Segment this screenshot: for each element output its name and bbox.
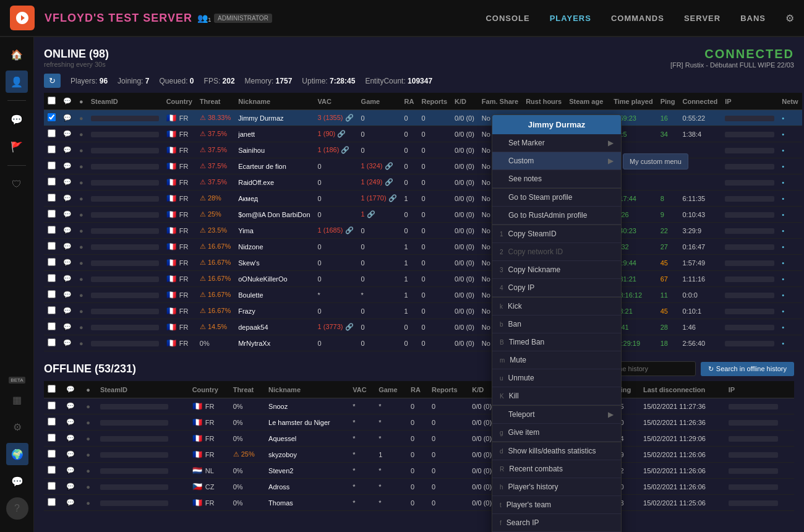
context-menu-item-teleport[interactable]: Teleport ▶ — [492, 406, 621, 424]
context-menu-item-give-item[interactable]: g Give item — [492, 424, 621, 442]
table-row[interactable]: 💬 ● 🇫🇷 FR ⚠ 37.5% Ecarteur de fion 0 1 (… — [44, 158, 802, 174]
table-row[interactable]: 💬 ● 🇫🇷 FR ⚠ 25% $om@liA Don BarbiDon 0 1… — [44, 207, 802, 223]
table-row[interactable]: 💬 ● 🇫🇷 FR 0% MrNytraXx 0 0 0 0 0/0 (0) N… — [44, 335, 802, 351]
cell-nickname-off[interactable]: Le hamster du Niger — [265, 414, 349, 431]
sidebar-item-flag[interactable]: 🚩 — [6, 135, 28, 158]
table-row[interactable]: 💬 ● 🇳🇱 NL 0% Steven2 * * 0 0 0/0 (0) No … — [44, 463, 794, 479]
cell-chat[interactable]: 💬 — [59, 174, 75, 191]
table-row[interactable]: 💬 ● 🇫🇷 FR ⚠ 23.5% Yima 1 (1685) 🔗 0 0 0 … — [44, 223, 802, 239]
cell-marker[interactable]: ● — [75, 191, 87, 207]
cell-chat-off[interactable]: 💬 — [62, 479, 82, 495]
cell-nickname[interactable]: MrNytraXx — [234, 335, 314, 351]
refresh-button[interactable]: ↻ — [44, 74, 61, 88]
context-menu-item-see-notes[interactable]: See notes — [492, 170, 621, 188]
cell-checkbox[interactable] — [44, 287, 59, 303]
cell-nickname[interactable]: Nidzone — [234, 239, 314, 255]
sidebar-item-globe[interactable]: 🌍 — [6, 443, 28, 465]
cell-nickname-off[interactable]: Steven2 — [265, 463, 349, 479]
context-menu-item-kill[interactable]: K Kill — [492, 387, 621, 405]
cell-checkbox-off[interactable] — [44, 431, 62, 447]
cell-nickname[interactable]: janett — [234, 126, 314, 142]
cell-nickname[interactable]: Sainihou — [234, 142, 314, 158]
cell-marker[interactable]: ● — [75, 239, 87, 255]
cell-chat-off[interactable]: 💬 — [62, 414, 82, 431]
cell-checkbox[interactable] — [44, 174, 59, 191]
cell-checkbox[interactable] — [44, 191, 59, 207]
cell-checkbox[interactable] — [44, 271, 59, 287]
cell-checkbox-off[interactable] — [44, 414, 62, 431]
cell-nickname[interactable]: Ecarteur de fion — [234, 158, 314, 174]
cell-marker-off[interactable]: ● — [82, 479, 96, 495]
cell-chat[interactable]: 💬 — [59, 255, 75, 271]
cell-checkbox[interactable] — [44, 142, 59, 158]
table-row[interactable]: 💬 ● 🇫🇷 FR ⚠ 37.5% janett 1 (90) 🔗 0 0 0 … — [44, 126, 802, 142]
cell-chat[interactable]: 💬 — [59, 191, 75, 207]
cell-chat-off[interactable]: 💬 — [62, 447, 82, 463]
context-menu-item-go-to-steam-profile[interactable]: Go to Steam profile — [492, 189, 621, 207]
cell-marker[interactable]: ● — [75, 126, 87, 142]
select-all-checkbox[interactable] — [48, 97, 56, 105]
sidebar-item-home[interactable]: 🏠 — [6, 43, 28, 66]
table-row[interactable]: 💬 ● 🇫🇷 FR ⚠ 37.5% RaidOff.exe 0 1 (249) … — [44, 174, 802, 191]
cell-chat[interactable]: 💬 — [59, 142, 75, 158]
cell-checkbox[interactable] — [44, 335, 59, 351]
table-row[interactable]: 💬 ● 🇫🇷 FR ⚠ 16.67% Skew's 0 0 1 0 0/0 (0… — [44, 255, 802, 271]
cell-marker[interactable]: ● — [75, 110, 87, 126]
cell-checkbox-off[interactable] — [44, 495, 62, 511]
cell-nickname-off[interactable]: Aquessel — [265, 431, 349, 447]
table-row[interactable]: 💬 ● 🇨🇿 CZ 0% Adross * * 0 0 0/0 (0) No 1… — [44, 479, 794, 495]
cell-checkbox[interactable] — [44, 158, 59, 174]
cell-nickname[interactable]: Акмед — [234, 191, 314, 207]
context-menu-item-timed-ban[interactable]: B Timed Ban — [492, 333, 621, 351]
cell-chat[interactable]: 💬 — [59, 223, 75, 239]
cell-chat-off[interactable]: 💬 — [62, 431, 82, 447]
cell-checkbox[interactable] — [44, 110, 59, 126]
cell-chat[interactable]: 💬 — [59, 207, 75, 223]
nav-console[interactable]: CONSOLE — [485, 14, 529, 23]
cell-nickname[interactable]: depaak54 — [234, 319, 314, 335]
cell-marker-off[interactable]: ● — [82, 414, 96, 431]
cell-chat[interactable]: 💬 — [59, 303, 75, 319]
cell-chat[interactable]: 💬 — [59, 110, 75, 126]
cell-nickname[interactable]: Yima — [234, 223, 314, 239]
table-row[interactable]: 💬 ● 🇫🇷 FR 0% Thomas * * 0 0 0/0 (0) No 2… — [44, 495, 794, 511]
select-all-offline-checkbox[interactable] — [48, 385, 56, 393]
cell-checkbox[interactable] — [44, 126, 59, 142]
sidebar-item-discord[interactable]: 💬 — [6, 470, 28, 492]
cell-checkbox-off[interactable] — [44, 447, 62, 463]
sidebar-item-chat[interactable]: 💬 — [6, 108, 28, 131]
table-row[interactable]: 💬 ● 🇫🇷 FR ⚠ 25% skyzoboy * 1 0 0 0/0 (0)… — [44, 447, 794, 463]
cell-chat[interactable]: 💬 — [59, 287, 75, 303]
table-row[interactable]: 💬 ● 🇫🇷 FR 0% Le hamster du Niger * * 0 0… — [44, 414, 794, 431]
cell-nickname[interactable]: Frazy — [234, 303, 314, 319]
table-row[interactable]: 💬 ● 🇫🇷 FR ⚠ 16.67% Boulette * * 1 0 0/0 … — [44, 287, 802, 303]
cell-marker[interactable]: ● — [75, 319, 87, 335]
sidebar-item-grid[interactable]: ▦ — [6, 388, 28, 411]
cell-marker[interactable]: ● — [75, 255, 87, 271]
table-row[interactable]: 💬 ● 🇫🇷 FR 0% Snooz * * 0 0 0/0 (0) No 14… — [44, 398, 794, 414]
nav-server[interactable]: SERVER — [684, 14, 721, 23]
context-menu-item-mute[interactable]: m Mute — [492, 351, 621, 369]
cell-nickname-off[interactable]: skyzoboy — [265, 447, 349, 463]
cell-nickname-off[interactable]: Thomas — [265, 495, 349, 511]
cell-marker[interactable]: ● — [75, 158, 87, 174]
context-menu-item-set-marker[interactable]: Set Marker ▶ — [492, 134, 621, 152]
cell-marker[interactable]: ● — [75, 335, 87, 351]
sidebar-item-shield[interactable]: 🛡 — [6, 173, 28, 195]
cell-nickname[interactable]: RaidOff.exe — [234, 174, 314, 191]
table-row[interactable]: 💬 ● 🇫🇷 FR ⚠ 16.67% oONukeKillerOo 0 0 1 … — [44, 271, 802, 287]
nav-bans[interactable]: BANS — [740, 14, 766, 23]
cell-chat[interactable]: 💬 — [59, 239, 75, 255]
cell-marker[interactable]: ● — [75, 287, 87, 303]
sidebar-item-help[interactable]: ? — [6, 497, 28, 520]
table-row[interactable]: 💬 ● 🇫🇷 FR ⚠ 16.67% Nidzone 0 0 1 0 0/0 (… — [44, 239, 802, 255]
context-menu-item-copy-nickname[interactable]: 3 Copy Nickname — [492, 261, 621, 279]
table-row[interactable]: 💬 ● 🇫🇷 FR ⚠ 28% Акмед 0 1 (1770) 🔗 1 0 0… — [44, 191, 802, 207]
cell-nickname[interactable]: Skew's — [234, 255, 314, 271]
cell-nickname[interactable]: oONukeKillerOo — [234, 271, 314, 287]
cell-chat[interactable]: 💬 — [59, 158, 75, 174]
cell-chat[interactable]: 💬 — [59, 319, 75, 335]
context-menu-item-copy-steamid[interactable]: 1 Copy SteamID — [492, 225, 621, 243]
context-menu-item-recent-combats[interactable]: R Recent combats — [492, 460, 621, 478]
cell-checkbox[interactable] — [44, 255, 59, 271]
